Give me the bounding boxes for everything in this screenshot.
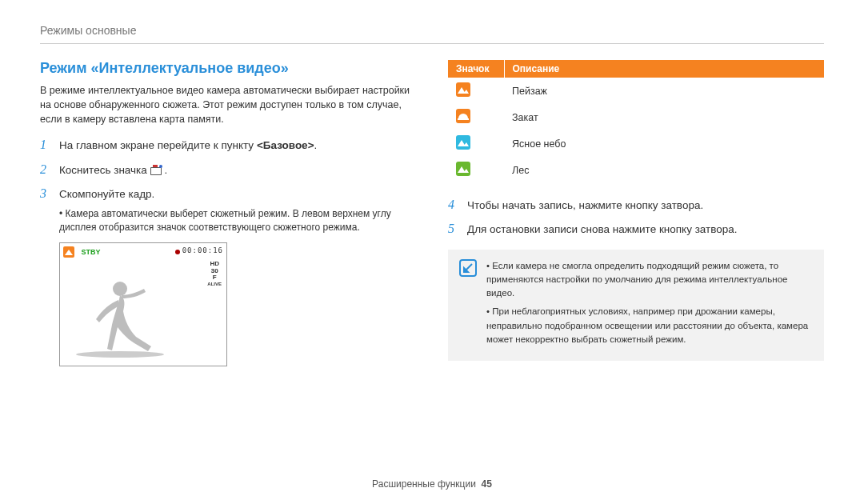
f-badge: F [207, 274, 222, 282]
step-number: 1 [40, 138, 51, 152]
scene-icon-table: Значок Описание Пейзаж Закат Ясное небо [448, 60, 824, 183]
note-item: При неблагоприятных условиях, например п… [486, 305, 813, 346]
step-2-post: . [165, 164, 168, 176]
svg-marker-4 [65, 250, 73, 255]
step-1-pre: На главном экране перейдите к пункту [59, 139, 257, 151]
step-1-body: На главном экране перейдите к пункту <Ба… [59, 138, 416, 154]
preview-right-badges: HD 30 F ALIVE [207, 261, 222, 287]
skater-figure-icon [72, 273, 176, 361]
table-row: Лес [448, 157, 824, 183]
note-body: Если камера не смогла определить подходя… [486, 259, 813, 352]
svg-rect-1 [151, 168, 161, 174]
landscape-icon [456, 82, 470, 97]
forest-icon [456, 162, 470, 176]
clearsky-icon [456, 135, 470, 150]
row-label: Пейзаж [504, 78, 824, 104]
svg-point-5 [113, 282, 127, 296]
row-label: Лес [504, 157, 824, 183]
scene-icon [63, 246, 74, 258]
footer-label: Расширенные функции [372, 478, 476, 490]
row-label: Закат [504, 104, 824, 130]
table-row: Закат [448, 104, 824, 130]
table-row: Ясное небо [448, 130, 824, 157]
steps-list-left: 1 На главном экране перейдите к пункту <… [40, 138, 416, 234]
step-number: 4 [448, 198, 459, 212]
step-1-post: . [314, 139, 318, 151]
chapter-title: Режимы основные [40, 24, 824, 37]
step-number: 3 [40, 186, 51, 201]
svg-rect-9 [458, 118, 469, 120]
svg-point-6 [76, 351, 164, 358]
sunset-icon [456, 109, 470, 123]
camera-preview-screenshot: STBY 00:00:16 HD 30 F ALIVE [59, 242, 227, 366]
step-3-sub: Камера автоматически выберет сюжетный ре… [59, 207, 416, 234]
divider [40, 43, 824, 44]
step-number: 5 [448, 222, 459, 236]
step-1-bold: <Базовое> [257, 139, 314, 151]
step-2-pre: Коснитесь значка [59, 164, 150, 176]
note-item: Если камера не смогла определить подходя… [486, 259, 813, 301]
step-4-body: Чтобы начать запись, нажмите кнопку затв… [467, 198, 824, 214]
svg-rect-2 [153, 165, 158, 167]
timecode: 00:00:16 [182, 246, 223, 254]
page-footer: Расширенные функции 45 [0, 478, 864, 490]
intro-text: В режиме интеллектуальное видео камера а… [40, 83, 416, 126]
smart-video-icon [150, 165, 165, 176]
section-title: Режим «Интеллектуальное видео» [40, 60, 416, 77]
th-desc: Описание [504, 60, 824, 78]
table-row: Пейзаж [448, 78, 824, 104]
step-3-body: Скомпонуйте кадр. Камера автоматически в… [59, 186, 416, 234]
row-label: Ясное небо [504, 130, 824, 157]
footer-page: 45 [482, 478, 492, 490]
step-3-text: Скомпонуйте кадр. [59, 188, 154, 200]
note-box: Если камера не смогла определить подходя… [448, 250, 824, 362]
right-column: Значок Описание Пейзаж Закат Ясное небо [448, 60, 824, 366]
th-icon: Значок [448, 60, 504, 78]
stby-label: STBY [82, 248, 101, 256]
step-2-body: Коснитесь значка . [59, 162, 416, 178]
alive-badge: ALIVE [207, 282, 222, 287]
svg-point-3 [159, 165, 162, 168]
record-dot-icon [175, 250, 180, 254]
left-column: Режим «Интеллектуальное видео» В режиме … [40, 60, 416, 366]
step-5-body: Для остановки записи снова нажмите кнопк… [467, 222, 824, 238]
info-icon [459, 259, 477, 277]
steps-list-right: 4 Чтобы начать запись, нажмите кнопку за… [448, 198, 824, 238]
step-number: 2 [40, 162, 51, 177]
